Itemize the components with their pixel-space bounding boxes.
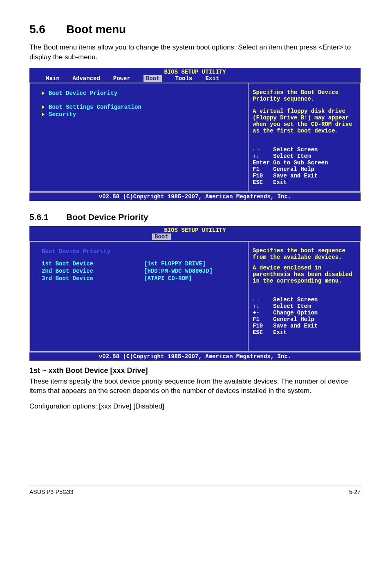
bios-screen-boot-menu: BIOS SETUP UTILITY Main Advanced Power B… <box>29 68 361 201</box>
key-plusminus-label: Change Option <box>273 310 318 316</box>
bios2-row-2nd-value: [HDD:PM-WDC WD800JD] <box>144 268 213 274</box>
key-f10-label: Save and Exit <box>273 173 318 179</box>
key-leftright-label: Select Screen <box>273 146 318 153</box>
key-updown: ↑↓ <box>253 153 273 159</box>
key-updown-label: Select Item <box>273 303 311 310</box>
key-f1: F1 <box>253 166 273 173</box>
bios1-tab-exit[interactable]: Exit <box>205 75 219 82</box>
bios2-row-3rd-label: 3rd Boot Device <box>42 275 144 282</box>
subsection-heading: 5.6.1Boot Device Priority <box>29 212 361 222</box>
page-container: 5.6Boot menu The Boot menu items allow y… <box>0 0 390 503</box>
bios2-help-text2: A device enclosed in parenthesis has bee… <box>253 265 356 284</box>
bios2-heading: Boot Device Priority <box>42 248 244 255</box>
submenu-arrow-icon <box>42 112 45 117</box>
key-esc-label: Exit <box>273 329 287 336</box>
bios2-row-1st-label: 1st Boot Device <box>42 260 144 267</box>
subsection-number: 5.6.1 <box>29 212 66 222</box>
key-f10: F10 <box>253 323 273 329</box>
footer-page: 5-27 <box>349 489 361 495</box>
key-leftright: ←→ <box>253 146 273 153</box>
page-footer: ASUS P3-P5G33 5-27 <box>29 485 361 495</box>
key-enter-label: Go to Sub Screen <box>273 159 328 166</box>
bios-screen-boot-device-priority: BIOS SETUP UTILITY Boot Boot Device Prio… <box>29 226 361 361</box>
intro-paragraph: The Boot menu items allow you to change … <box>29 43 361 62</box>
bios2-title: BIOS SETUP UTILITY <box>29 226 361 233</box>
bios1-tab-power[interactable]: Power <box>113 75 130 82</box>
key-esc: ESC <box>253 329 273 336</box>
key-esc-label: Exit <box>273 179 287 186</box>
key-enter: Enter <box>253 159 273 166</box>
key-f1-label: General Help <box>273 316 314 323</box>
section-number: 5.6 <box>29 23 66 36</box>
spacer <box>253 260 356 265</box>
bios2-row-3rd[interactable]: 3rd Boot Device[ATAPI CD-ROM] <box>42 275 244 282</box>
key-f10-label: Save and Exit <box>273 323 318 329</box>
submenu-arrow-icon <box>42 105 45 109</box>
bios1-footer: v02.58 (C)Copyright 1985-2007, American … <box>29 192 361 201</box>
bios1-item-boot-device-priority-label: Boot Device Priority <box>49 90 117 97</box>
param-body2: Configuration options: [xxx Drive] [Disa… <box>29 402 361 411</box>
key-plusminus: +- <box>253 310 273 316</box>
bios1-item-boot-device-priority[interactable]: Boot Device Priority <box>42 90 244 97</box>
param-body1: These items specify the boot device prio… <box>29 377 361 396</box>
section-heading: 5.6Boot menu <box>29 23 361 36</box>
bios1-help-text2: A virtual floppy disk drive (Floppy Driv… <box>253 108 356 134</box>
bios2-navkeys: ←→Select Screen ↑↓Select Item +-Change O… <box>253 296 356 336</box>
submenu-arrow-icon <box>42 91 45 95</box>
bios2-help-pane: Specifies the boot sequence from the ava… <box>248 242 360 351</box>
bios1-left-pane: Boot Device Priority Boot Settings Confi… <box>30 83 248 191</box>
key-f1-label: General Help <box>273 166 314 173</box>
bios1-tab-boot[interactable]: Boot <box>143 75 162 82</box>
bios1-help-pane: Specifies the Boot Device Priority seque… <box>248 83 360 191</box>
bios1-item-security[interactable]: Security <box>42 111 244 118</box>
key-f1: F1 <box>253 316 273 323</box>
bios1-item-boot-settings-config-label: Boot Settings Configuration <box>49 104 141 110</box>
param-heading: 1st ~ xxth Boot Device [xxx Drive] <box>29 366 361 375</box>
key-esc: ESC <box>253 179 273 186</box>
key-updown-label: Select Item <box>273 153 311 159</box>
bios2-menubar: Boot <box>29 233 361 241</box>
spacer <box>42 97 244 103</box>
bios1-tab-main[interactable]: Main <box>46 75 60 82</box>
bios1-title: BIOS SETUP UTILITY <box>29 68 361 75</box>
bios2-help-text1: Specifies the boot sequence from the ava… <box>253 247 356 260</box>
bios1-item-boot-settings-config[interactable]: Boot Settings Configuration <box>42 104 244 110</box>
bios2-body: Boot Device Priority 1st Boot Device[1st… <box>29 241 361 352</box>
key-leftright-label: Select Screen <box>273 296 318 303</box>
section-title: Boot menu <box>66 23 126 36</box>
key-updown: ↑↓ <box>253 303 273 310</box>
bios2-row-2nd[interactable]: 2nd Boot Device[HDD:PM-WDC WD800JD] <box>42 268 244 274</box>
key-leftright: ←→ <box>253 296 273 303</box>
spacer <box>253 102 356 108</box>
bios2-row-1st[interactable]: 1st Boot Device[1st FLOPPY DRIVE] <box>42 260 244 267</box>
footer-product: ASUS P3-P5G33 <box>29 489 73 495</box>
subsection-title: Boot Device Priority <box>66 212 148 222</box>
spacer <box>42 256 244 260</box>
bios1-item-security-label: Security <box>49 111 76 118</box>
bios1-help-text1: Specifies the Boot Device Priority seque… <box>253 89 356 102</box>
bios2-row-3rd-value: [ATAPI CD-ROM] <box>144 275 192 282</box>
bios1-navkeys: ←→Select Screen ↑↓Select Item EnterGo to… <box>253 146 356 186</box>
bios2-footer: v02.58 (C)Copyright 1985-2007, American … <box>29 352 361 361</box>
bios2-row-1st-value: [1st FLOPPY DRIVE] <box>144 260 206 267</box>
bios1-tab-advanced[interactable]: Advanced <box>73 75 100 82</box>
bios1-tab-tools[interactable]: Tools <box>175 75 192 82</box>
bios2-left-pane: Boot Device Priority 1st Boot Device[1st… <box>30 242 248 351</box>
bios1-menubar: Main Advanced Power Boot Tools Exit <box>29 75 361 83</box>
bios1-body: Boot Device Priority Boot Settings Confi… <box>29 83 361 192</box>
bios2-row-2nd-label: 2nd Boot Device <box>42 268 144 274</box>
bios2-tab-boot[interactable]: Boot <box>152 233 171 240</box>
key-f10: F10 <box>253 173 273 179</box>
